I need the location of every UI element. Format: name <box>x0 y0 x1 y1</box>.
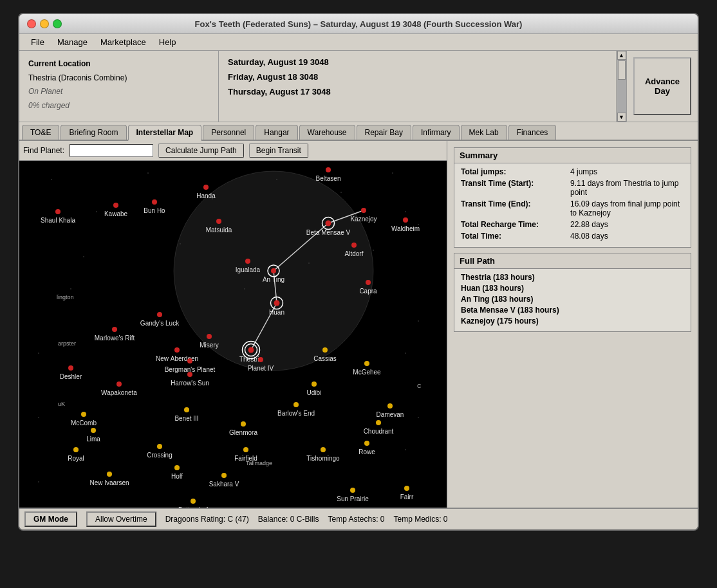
path-entry-1: Huan (183 hours) <box>461 284 684 293</box>
allow-overtime-button[interactable]: Allow Overtime <box>86 511 156 527</box>
temp-astechs: Temp Astechs: 0 <box>328 515 384 524</box>
summary-value-1: 9.11 days from Thestria to jump point <box>570 179 684 197</box>
tab-bar: TO&E Briefing Room Interstellar Map Pers… <box>19 122 698 141</box>
menu-bar: File Manage Marketplace Help <box>19 34 698 51</box>
date-1: Saturday, August 19 3048 <box>228 57 617 67</box>
summary-row-4: Total Time: 48.08 days <box>461 232 684 241</box>
summary-value-3: 22.88 days <box>570 220 608 229</box>
tab-hangar[interactable]: Hangar <box>256 125 297 140</box>
calc-jump-button[interactable]: Calculate Jump Path <box>158 143 244 158</box>
tab-personnel[interactable]: Personnel <box>203 125 254 140</box>
tab-interstellar[interactable]: Interstellar Map <box>128 125 202 141</box>
advance-day-panel: Advance Day <box>627 51 698 122</box>
minimize-button[interactable] <box>40 19 49 28</box>
full-path-header: Full Path <box>454 253 691 269</box>
summary-label-2: Transit Time (End): <box>461 199 570 217</box>
dragoons-rating: Dragoons Rating: C (47) <box>165 515 249 524</box>
summary-row-1: Transit Time (Start): 9.11 days from The… <box>461 179 684 197</box>
tab-infirmary[interactable]: Infirmary <box>413 125 460 140</box>
summary-value-0: 4 jumps <box>570 167 597 176</box>
tab-meklab[interactable]: Mek Lab <box>461 125 507 140</box>
location-planet: Thestria (Draconis Combine) <box>28 71 209 86</box>
menu-help[interactable]: Help <box>153 35 183 49</box>
title-bar: Fox's Teeth (Federated Suns) – Saturday,… <box>19 14 698 34</box>
location-label: Current Location <box>28 57 209 71</box>
summary-value-2: 16.09 days from final jump point to Kazn… <box>570 199 684 217</box>
app-window: Fox's Teeth (Federated Suns) – Saturday,… <box>18 13 699 531</box>
summary-label-1: Transit Time (Start): <box>461 179 570 197</box>
tab-briefing[interactable]: Briefing Room <box>61 125 126 140</box>
tab-warehouse[interactable]: Warehouse <box>299 125 355 140</box>
current-location-panel: Current Location Thestria (Draconis Comb… <box>19 51 219 122</box>
summary-label-3: Total Recharge Time: <box>461 220 570 229</box>
date-scrollbar[interactable]: ▲ ▼ <box>616 51 626 122</box>
find-planet-label: Find Planet: <box>23 146 64 155</box>
path-entry-4: Kaznejoy (175 hours) <box>461 317 684 326</box>
menu-manage[interactable]: Manage <box>51 35 94 49</box>
close-button[interactable] <box>27 19 36 28</box>
gm-mode-button[interactable]: GM Mode <box>24 511 77 527</box>
map-container[interactable]: Find Planet: Calculate Jump Path Begin T… <box>19 141 447 508</box>
location-status: On Planet <box>28 85 209 99</box>
tab-toe[interactable]: TO&E <box>22 125 59 140</box>
summary-row-0: Total jumps: 4 jumps <box>461 167 684 176</box>
summary-section: Summary Total jumps: 4 jumps Transit Tim… <box>454 147 691 248</box>
main-content: Find Planet: Calculate Jump Path Begin T… <box>19 141 698 508</box>
scroll-down-arrow[interactable]: ▼ <box>617 113 626 122</box>
date-panel: Saturday, August 19 3048 Friday, August … <box>219 51 627 122</box>
find-planet-bar: Find Planet: Calculate Jump Path Begin T… <box>19 141 447 161</box>
scroll-thumb[interactable] <box>618 60 626 80</box>
tab-repair[interactable]: Repair Bay <box>357 125 411 140</box>
advance-day-button[interactable]: Advance Day <box>633 57 691 115</box>
scroll-track <box>617 60 626 113</box>
sidebar: Summary Total jumps: 4 jumps Transit Tim… <box>447 141 698 508</box>
window-title: Fox's Teeth (Federated Suns) – Saturday,… <box>195 19 523 29</box>
top-section: Current Location Thestria (Draconis Comb… <box>19 51 698 122</box>
maximize-button[interactable] <box>53 19 62 28</box>
summary-header: Summary <box>454 148 691 163</box>
begin-transit-button[interactable]: Begin Transit <box>249 143 308 158</box>
path-entry-0: Thestria (183 hours) <box>461 273 684 282</box>
summary-body: Total jumps: 4 jumps Transit Time (Start… <box>454 163 691 247</box>
scroll-up-arrow[interactable]: ▲ <box>617 51 626 60</box>
path-entry-2: An Ting (183 hours) <box>461 295 684 304</box>
tab-finances[interactable]: Finances <box>508 125 557 140</box>
status-bar: GM Mode Allow Overtime Dragoons Rating: … <box>19 508 698 529</box>
star-map-canvas[interactable] <box>19 160 447 508</box>
menu-file[interactable]: File <box>24 35 51 49</box>
find-planet-input[interactable] <box>70 144 153 157</box>
balance: Balance: 0 C-Bills <box>258 515 319 524</box>
summary-value-4: 48.08 days <box>570 232 608 241</box>
date-2: Friday, August 18 3048 <box>228 72 617 82</box>
summary-label-4: Total Time: <box>461 232 570 241</box>
window-controls <box>27 19 62 28</box>
full-path-body: Thestria (183 hours) Huan (183 hours) An… <box>454 269 691 331</box>
location-charge: 0% charged <box>28 99 209 113</box>
menu-marketplace[interactable]: Marketplace <box>94 35 153 49</box>
summary-row-3: Total Recharge Time: 22.88 days <box>461 220 684 229</box>
date-3: Thursday, August 17 3048 <box>228 87 617 96</box>
temp-medics: Temp Medics: 0 <box>394 515 448 524</box>
full-path-section: Full Path Thestria (183 hours) Huan (183… <box>454 253 691 332</box>
summary-label-0: Total jumps: <box>461 167 570 176</box>
summary-row-2: Transit Time (End): 16.09 days from fina… <box>461 199 684 217</box>
path-entry-3: Beta Mensae V (183 hours) <box>461 306 684 315</box>
